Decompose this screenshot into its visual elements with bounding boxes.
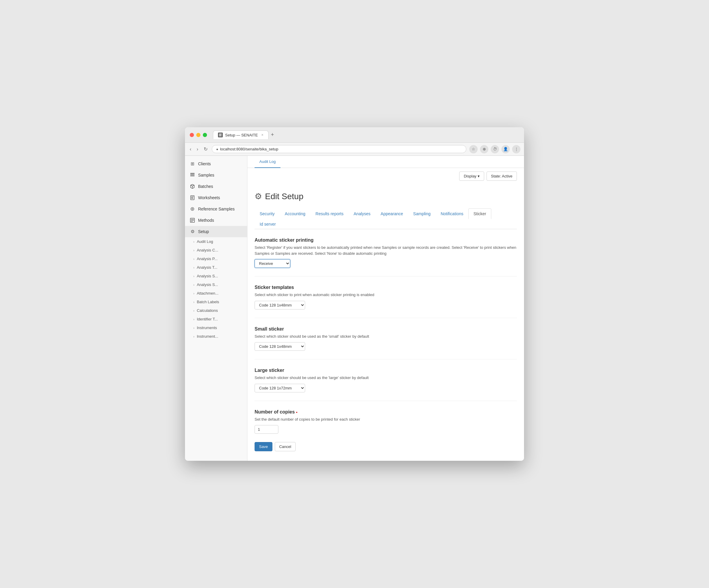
sidebar-item-label: Samples xyxy=(198,173,214,178)
svg-rect-7 xyxy=(190,176,194,177)
tab-results-reports[interactable]: Results reports xyxy=(311,208,348,219)
sidebar-sub-item-instruments[interactable]: › Instruments xyxy=(185,323,247,332)
large-sticker-select[interactable]: Code 128 1x48mm Code 128 1x72mm QR Code … xyxy=(255,384,305,393)
tab-appearance[interactable]: Appearance xyxy=(376,208,408,219)
back-button[interactable]: ‹ xyxy=(188,145,192,153)
sidebar-sub-item-attachments[interactable]: › Attachmen... xyxy=(185,289,247,298)
sidebar-sub-item-calculations[interactable]: › Calculations xyxy=(185,306,247,315)
state-label: State: Active xyxy=(491,174,513,178)
tab-notifications[interactable]: Notifications xyxy=(436,208,468,219)
sticker-templates-title: Sticker templates xyxy=(255,285,517,290)
reload-button[interactable]: ↻ xyxy=(203,145,209,153)
forward-button[interactable]: › xyxy=(195,145,199,153)
sidebar-sub-item-instrument-dot[interactable]: › Instrument... xyxy=(185,332,247,341)
save-button[interactable]: Save xyxy=(255,442,272,451)
tab-notifications-label: Notifications xyxy=(441,211,463,216)
number-of-copies-input[interactable] xyxy=(255,425,278,434)
chevron-right-icon: › xyxy=(193,309,194,313)
cancel-button[interactable]: Cancel xyxy=(275,442,296,451)
state-button[interactable]: State: Active xyxy=(487,171,517,181)
sidebar-item-worksheets[interactable]: Worksheets xyxy=(185,192,247,203)
profile-icon[interactable]: 👤 xyxy=(501,145,510,153)
address-bar: ‹ › ↻ ● localhost:8080/senaite/bika_setu… xyxy=(185,143,524,156)
sidebar-sub-label: Audit Log xyxy=(197,239,213,244)
sidebar-sub-label: Analysis T... xyxy=(197,265,217,270)
chevron-right-icon: › xyxy=(193,318,194,321)
divider-2 xyxy=(255,318,517,318)
nav-tabs: Security Accounting Results reports Anal… xyxy=(255,208,517,229)
reference-samples-icon xyxy=(190,206,195,212)
sidebar-item-methods[interactable]: Methods xyxy=(185,215,247,226)
new-tab-button[interactable]: + xyxy=(271,132,274,138)
extension-icon-2[interactable]: ⏱ xyxy=(491,145,499,153)
content-area: Audit Log Display ▾ State: Active ⚙ Edit… xyxy=(247,156,524,461)
chevron-right-icon: › xyxy=(193,240,194,243)
small-sticker-title: Small sticker xyxy=(255,326,517,332)
sidebar-sub-item-analysis-t[interactable]: › Analysis T... xyxy=(185,263,247,272)
large-sticker-desc: Select which sticker should be used as t… xyxy=(255,375,517,381)
sidebar-sub-item-analysis-c[interactable]: › Analysis C... xyxy=(185,246,247,255)
batches-icon xyxy=(190,184,195,189)
setup-icon: ⚙ xyxy=(190,229,195,234)
svg-rect-3 xyxy=(219,136,221,136)
automatic-sticker-printing-select[interactable]: None Register Receive xyxy=(255,259,290,268)
sidebar-sub-label: Calculations xyxy=(197,308,218,313)
tab-sticker[interactable]: Sticker xyxy=(468,208,491,219)
sidebar-sub-label: Analysis C... xyxy=(197,248,218,252)
svg-rect-2 xyxy=(219,135,221,135)
tab-id-server[interactable]: Id server xyxy=(255,219,281,229)
extension-icon-1[interactable]: ⊕ xyxy=(480,145,488,153)
sidebar-item-setup[interactable]: ⚙ Setup xyxy=(185,226,247,237)
traffic-lights xyxy=(190,133,207,137)
bookmark-icon[interactable]: ☆ xyxy=(469,145,478,153)
automatic-sticker-printing-section: Automatic sticker printing Select 'Regis… xyxy=(255,238,517,268)
minimize-window-button[interactable] xyxy=(196,133,201,137)
tab-security[interactable]: Security xyxy=(255,208,280,219)
automatic-sticker-printing-desc: Select 'Register' if you want stickers t… xyxy=(255,245,517,256)
required-star: • xyxy=(296,410,298,415)
display-button[interactable]: Display ▾ xyxy=(459,171,484,181)
tab-title: Setup — SENAITE xyxy=(225,133,258,137)
sidebar: ⊞ Clients Samples Batches Worksheets xyxy=(185,156,247,461)
number-of-copies-title: Number of copies • xyxy=(255,409,517,415)
small-sticker-section: Small sticker Select which sticker shoul… xyxy=(255,326,517,351)
small-sticker-select[interactable]: Code 128 1x48mm Code 128 1x72mm QR Code … xyxy=(255,342,305,351)
tab-audit-log-label: Audit Log xyxy=(259,159,276,164)
tab-analyses[interactable]: Analyses xyxy=(348,208,376,219)
browser-action-icons: ☆ ⊕ ⏱ 👤 ⋮ xyxy=(469,145,521,153)
sidebar-item-batches[interactable]: Batches xyxy=(185,181,247,192)
sticker-templates-select[interactable]: Code 128 1x48mm Code 128 1x72mm QR Code … xyxy=(255,301,305,310)
sidebar-item-samples[interactable]: Samples xyxy=(185,169,247,181)
sidebar-item-clients[interactable]: ⊞ Clients xyxy=(185,158,247,169)
sticker-templates-section: Sticker templates Select which sticker t… xyxy=(255,285,517,310)
top-tabs: Audit Log xyxy=(247,156,524,168)
svg-rect-1 xyxy=(219,134,221,134)
title-bar: Setup — SENAITE × + xyxy=(185,127,524,143)
sidebar-sub-item-identifier-t[interactable]: › Identifier T... xyxy=(185,315,247,323)
tab-audit-log[interactable]: Audit Log xyxy=(255,156,281,168)
url-bar[interactable]: ● localhost:8080/senaite/bika_setup xyxy=(212,145,466,153)
maximize-window-button[interactable] xyxy=(203,133,207,137)
close-window-button[interactable] xyxy=(190,133,194,137)
tab-favicon xyxy=(218,133,223,137)
tab-appearance-label: Appearance xyxy=(381,211,403,216)
svg-rect-11 xyxy=(191,197,193,198)
sidebar-sub-item-analysis-s1[interactable]: › Analysis S... xyxy=(185,272,247,280)
tab-close-button[interactable]: × xyxy=(261,133,263,137)
sidebar-sub-item-audit-log[interactable]: › Audit Log xyxy=(185,237,247,246)
sidebar-item-reference-samples[interactable]: Reference Samples xyxy=(185,203,247,215)
sticker-templates-desc: Select which sticker to print when autom… xyxy=(255,292,517,298)
sidebar-sub-item-analysis-p[interactable]: › Analysis P... xyxy=(185,255,247,263)
tab-accounting[interactable]: Accounting xyxy=(280,208,311,219)
page-title-row: ⚙ Edit Setup xyxy=(255,191,517,201)
active-tab[interactable]: Setup — SENAITE × xyxy=(213,131,268,139)
url-lock-icon: ● xyxy=(216,147,218,151)
small-sticker-desc: Select which sticker should be used as t… xyxy=(255,333,517,340)
menu-icon[interactable]: ⋮ xyxy=(512,145,521,153)
sidebar-sub-item-analysis-s2[interactable]: › Analysis S... xyxy=(185,280,247,289)
svg-rect-16 xyxy=(191,219,194,220)
sidebar-sub-label: Analysis P... xyxy=(197,257,218,261)
tab-sampling[interactable]: Sampling xyxy=(408,208,436,219)
sidebar-sub-item-batch-labels[interactable]: › Batch Labels xyxy=(185,298,247,306)
tab-security-label: Security xyxy=(260,211,275,216)
